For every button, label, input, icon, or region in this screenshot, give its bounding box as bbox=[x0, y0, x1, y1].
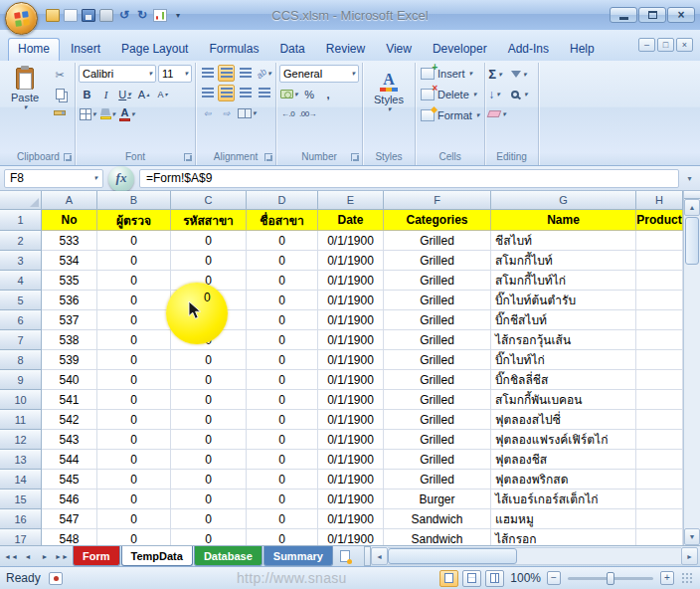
insert-function-button[interactable]: fx bbox=[107, 167, 135, 190]
row-header-7[interactable]: 7 bbox=[0, 330, 42, 350]
clear-button[interactable]: ▾ bbox=[488, 105, 506, 122]
row-header-15[interactable]: 15 bbox=[0, 490, 42, 509]
cell[interactable]: ชีสไบท์ bbox=[491, 231, 636, 251]
header-cell[interactable]: Categories bbox=[384, 210, 491, 231]
row-header-10[interactable]: 10 bbox=[0, 390, 42, 410]
cell[interactable]: บิ๊กไบท์ต้นตำรับ bbox=[491, 291, 636, 310]
row-header-9[interactable]: 9 bbox=[0, 370, 42, 390]
cell[interactable]: 0/1/1900 bbox=[318, 529, 384, 545]
increase-decimal-button[interactable]: ←.0 bbox=[279, 105, 296, 122]
horizontal-scroll-track[interactable] bbox=[388, 547, 681, 565]
row-header-16[interactable]: 16 bbox=[0, 509, 42, 529]
cell[interactable]: สโมกกี้พันเบคอน bbox=[491, 390, 636, 410]
comma-style-button[interactable]: , bbox=[320, 86, 337, 102]
select-all-corner[interactable] bbox=[0, 191, 42, 210]
cell[interactable]: Grilled bbox=[384, 231, 491, 251]
cell[interactable]: 537 bbox=[42, 310, 97, 330]
cell[interactable]: 0 bbox=[171, 490, 247, 509]
cell[interactable]: 0 bbox=[247, 490, 318, 509]
decrease-decimal-button[interactable]: .00→ bbox=[298, 105, 317, 122]
zoom-in-button[interactable]: + bbox=[660, 571, 674, 585]
increase-indent-button[interactable]: ⇨ bbox=[218, 104, 235, 121]
cell[interactable]: 0/1/1900 bbox=[318, 350, 384, 370]
cell[interactable]: Grilled bbox=[384, 310, 491, 330]
cell[interactable]: 0 bbox=[171, 390, 247, 410]
cell[interactable]: 0 bbox=[97, 271, 171, 291]
cell[interactable]: 0 bbox=[97, 450, 171, 470]
cell[interactable]: 0 bbox=[247, 330, 318, 350]
cell[interactable]: 0 bbox=[247, 410, 318, 430]
cell[interactable]: สโมกกี้ไบท์ bbox=[491, 251, 636, 271]
cell[interactable]: 0 bbox=[97, 410, 171, 430]
next-sheet-button[interactable]: ► bbox=[37, 549, 53, 564]
cell[interactable]: 0 bbox=[97, 231, 171, 251]
cell[interactable] bbox=[636, 370, 683, 390]
center-button[interactable] bbox=[218, 85, 235, 101]
tab-home[interactable]: Home bbox=[8, 38, 60, 61]
horizontal-scroll-thumb[interactable] bbox=[388, 548, 517, 564]
cell[interactable] bbox=[636, 390, 683, 410]
workbook-minimize-button[interactable]: – bbox=[638, 38, 655, 52]
row-header-6[interactable]: 6 bbox=[0, 310, 42, 330]
cell[interactable]: 0 bbox=[97, 390, 171, 410]
italic-button[interactable]: I bbox=[97, 86, 114, 102]
cell[interactable]: Grilled bbox=[384, 390, 491, 410]
cell[interactable]: 0 bbox=[247, 470, 318, 490]
cell[interactable]: Grilled bbox=[384, 430, 491, 450]
cell[interactable]: 0 bbox=[171, 231, 247, 251]
cell[interactable]: 0 bbox=[247, 370, 318, 390]
copy-button[interactable] bbox=[48, 86, 72, 102]
cell[interactable]: 0/1/1900 bbox=[318, 251, 384, 271]
cell[interactable] bbox=[636, 271, 683, 291]
last-sheet-button[interactable]: ►► bbox=[54, 549, 70, 564]
paste-button[interactable]: Paste ▾ bbox=[5, 65, 45, 150]
cell[interactable]: 0 bbox=[247, 450, 318, 470]
cell[interactable]: บิ๊กชิลลี่ชีส bbox=[491, 370, 636, 390]
zoom-slider[interactable] bbox=[568, 577, 653, 580]
cell[interactable]: 540 bbox=[42, 370, 97, 390]
cell[interactable]: 0 bbox=[247, 430, 318, 450]
cell[interactable]: 0 bbox=[171, 251, 247, 271]
qat-redo-icon[interactable]: ↻ bbox=[135, 9, 149, 22]
resize-grip[interactable] bbox=[681, 572, 694, 585]
cell[interactable]: 543 bbox=[42, 430, 97, 450]
sheet-tab-tempdata[interactable]: TempData bbox=[121, 546, 193, 566]
vertical-scrollbar[interactable]: ▲ ▼ bbox=[683, 191, 700, 545]
cell[interactable]: 0/1/1900 bbox=[318, 410, 384, 430]
row-header-4[interactable]: 4 bbox=[0, 271, 42, 291]
cell-styles-button[interactable]: A Styles ▾ bbox=[366, 65, 412, 113]
decrease-indent-button[interactable]: ⇦ bbox=[199, 104, 216, 121]
tab-data[interactable]: Data bbox=[269, 38, 314, 61]
cell[interactable]: 0/1/1900 bbox=[318, 310, 384, 330]
macro-record-button[interactable] bbox=[49, 572, 63, 585]
header-cell[interactable]: ชื่อสาขา bbox=[247, 210, 318, 231]
sheet-tab-summary[interactable]: Summary bbox=[263, 546, 333, 566]
cell[interactable]: 546 bbox=[42, 490, 97, 509]
cell[interactable]: 0 bbox=[97, 529, 171, 545]
orientation-button[interactable]: ab▾ bbox=[256, 65, 272, 82]
zoom-slider-thumb[interactable] bbox=[607, 572, 614, 585]
cell[interactable] bbox=[636, 310, 683, 330]
cell[interactable]: 0/1/1900 bbox=[318, 231, 384, 251]
cell[interactable] bbox=[636, 410, 683, 430]
cell[interactable] bbox=[636, 231, 683, 251]
bottom-align-button[interactable] bbox=[237, 65, 254, 82]
workbook-close-button[interactable]: × bbox=[676, 38, 693, 52]
cell[interactable] bbox=[636, 490, 683, 509]
qat-undo-icon[interactable]: ↺ bbox=[117, 9, 131, 22]
accounting-format-button[interactable]: ▾ bbox=[279, 86, 299, 102]
name-box[interactable]: F8 ▾ bbox=[4, 169, 103, 188]
scroll-up-button[interactable]: ▲ bbox=[684, 199, 700, 216]
cell[interactable]: 0 bbox=[247, 231, 318, 251]
tab-help[interactable]: Help bbox=[560, 38, 605, 61]
column-header-A[interactable]: A bbox=[42, 191, 97, 210]
cell[interactable]: Grilled bbox=[384, 350, 491, 370]
zoom-out-button[interactable]: − bbox=[547, 571, 561, 585]
tab-review[interactable]: Review bbox=[316, 38, 375, 61]
cell[interactable]: 544 bbox=[42, 450, 97, 470]
cell[interactable]: บิ๊กชีสไบท์ bbox=[491, 310, 636, 330]
page-break-view-button[interactable] bbox=[485, 570, 504, 587]
tab-view[interactable]: View bbox=[376, 38, 422, 61]
cell[interactable]: 0 bbox=[171, 410, 247, 430]
vertical-scroll-track[interactable] bbox=[684, 266, 700, 528]
